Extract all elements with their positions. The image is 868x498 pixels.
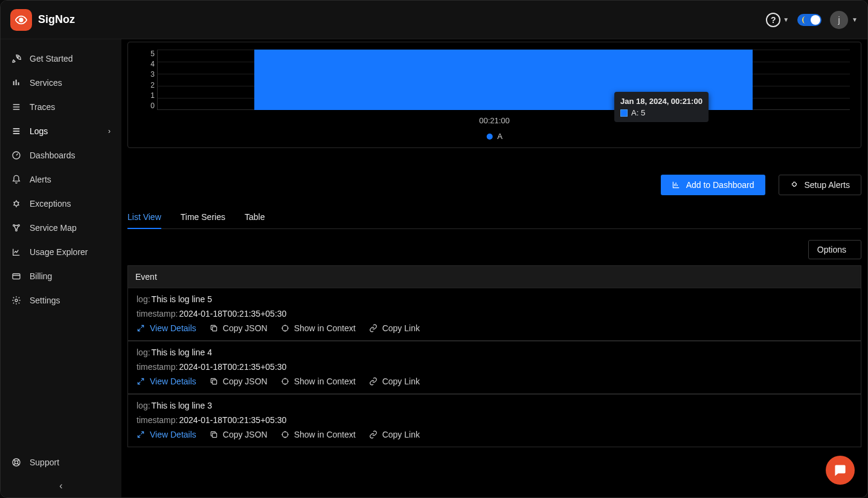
chat-icon: [833, 463, 847, 477]
show-in-context-action[interactable]: Show in Context: [281, 430, 356, 439]
timestamp-key-label: timestamp:: [137, 362, 178, 372]
copy-link-action[interactable]: Copy Link: [369, 377, 420, 386]
network-icon: [11, 223, 21, 233]
tab-list-view[interactable]: List View: [127, 206, 161, 229]
log-timestamp: 2024-01-18T00:21:35+05:30: [179, 309, 286, 319]
expand-icon: [137, 430, 145, 439]
y-tick: 0: [135, 102, 155, 110]
target-icon: [281, 324, 289, 332]
view-details-action[interactable]: View Details: [137, 323, 196, 333]
header: SigNoz ? ▼ j ▼: [1, 1, 867, 39]
log-row: log:This is log line 5 timestamp:2024-01…: [127, 288, 861, 341]
svg-point-1: [18, 56, 19, 57]
tab-time-series[interactable]: Time Series: [181, 206, 225, 228]
sidebar-item-usage-explorer[interactable]: Usage Explorer: [1, 240, 121, 264]
svg-rect-16: [212, 433, 216, 438]
add-to-dashboard-button[interactable]: Add to Dashboard: [661, 175, 765, 195]
sidebar-item-settings[interactable]: Settings: [1, 288, 121, 312]
view-tabs: List ViewTime SeriesTable: [127, 206, 861, 229]
chevron-down-icon: ▼: [783, 16, 789, 23]
intercom-launcher[interactable]: [826, 456, 855, 485]
svg-point-15: [282, 378, 288, 384]
svg-point-8: [15, 299, 18, 302]
copy-json-action[interactable]: Copy JSON: [210, 377, 268, 386]
legend-label: A: [497, 132, 503, 141]
sidebar-item-label: Logs: [30, 126, 48, 136]
options-button[interactable]: Options: [808, 240, 861, 259]
sidebar-item-label: Service Map: [30, 223, 77, 233]
tooltip-color-swatch: [620, 109, 628, 117]
sidebar-item-logs[interactable]: Logs ›: [1, 119, 121, 143]
bug-icon: [11, 199, 21, 209]
sidebar-item-label: Support: [30, 458, 59, 467]
y-tick: 3: [135, 70, 155, 79]
copy-icon: [210, 377, 218, 386]
help-icon: ?: [766, 13, 780, 27]
sidebar-item-service-map[interactable]: Service Map: [1, 216, 121, 240]
svg-point-0: [19, 18, 23, 22]
sidebar-item-get-started[interactable]: Get Started: [1, 47, 121, 71]
copy-json-action[interactable]: Copy JSON: [210, 323, 268, 333]
sidebar: Get Started Services Traces Logs › Dashb…: [1, 39, 121, 497]
menu-icon: [11, 126, 21, 136]
timestamp-key-label: timestamp:: [137, 309, 178, 319]
copy-json-action[interactable]: Copy JSON: [210, 430, 268, 439]
sidebar-item-traces[interactable]: Traces: [1, 95, 121, 119]
svg-point-3: [14, 202, 19, 206]
sidebar-item-label: Exceptions: [30, 199, 71, 209]
tab-table[interactable]: Table: [245, 206, 265, 228]
timestamp-key-label: timestamp:: [137, 415, 178, 425]
sidebar-item-alerts[interactable]: Alerts: [1, 167, 121, 192]
help-button[interactable]: ? ▼: [766, 13, 789, 27]
sidebar-item-exceptions[interactable]: Exceptions: [1, 192, 121, 216]
collapse-sidebar-button[interactable]: ‹: [1, 474, 121, 497]
link-icon: [369, 324, 378, 332]
copy-icon: [210, 324, 218, 332]
sidebar-item-label: Dashboards: [30, 150, 76, 160]
sidebar-item-support[interactable]: Support: [1, 450, 121, 474]
gear-icon: [11, 296, 21, 305]
view-details-action[interactable]: View Details: [137, 377, 196, 386]
sidebar-item-services[interactable]: Services: [1, 71, 121, 95]
setup-alerts-button[interactable]: Setup Alerts: [779, 175, 862, 195]
log-row: log:This is log line 3 timestamp:2024-01…: [127, 394, 861, 447]
show-in-context-action[interactable]: Show in Context: [281, 377, 356, 386]
sidebar-item-dashboards[interactable]: Dashboards: [1, 143, 121, 167]
logo-area[interactable]: SigNoz: [10, 9, 75, 31]
lifebuoy-icon: [11, 458, 21, 467]
y-tick: 4: [135, 60, 155, 68]
chart-icon: [11, 247, 21, 257]
svg-rect-12: [212, 327, 216, 331]
copy-link-action[interactable]: Copy Link: [369, 323, 420, 333]
brand-logo-icon: [10, 9, 32, 31]
chevron-down-icon: ▼: [852, 16, 858, 23]
chart-plot[interactable]: Jan 18, 2024, 00:21:00 A: 5: [157, 50, 850, 110]
svg-point-5: [18, 225, 20, 227]
log-row: log:This is log line 4 timestamp:2024-01…: [127, 341, 861, 394]
theme-toggle[interactable]: [797, 14, 821, 26]
svg-point-4: [13, 225, 15, 227]
chart-legend[interactable]: A: [486, 132, 503, 141]
sidebar-item-label: Alerts: [30, 175, 51, 184]
chart-y-axis: 543210: [135, 50, 155, 110]
view-details-action[interactable]: View Details: [137, 430, 196, 439]
sidebar-item-label: Get Started: [30, 54, 73, 63]
show-in-context-action[interactable]: Show in Context: [281, 323, 356, 333]
user-menu[interactable]: j ▼: [830, 11, 858, 29]
log-key-label: log:: [137, 294, 150, 304]
chevron-left-icon: ‹: [59, 480, 62, 491]
svg-rect-7: [13, 274, 20, 279]
svg-point-10: [14, 461, 18, 464]
chart-panel: 543210 Jan 18, 2024, 00:21:00: [127, 42, 861, 148]
svg-rect-14: [212, 380, 216, 384]
brand-name: SigNoz: [38, 13, 75, 26]
chart-icon: [672, 181, 680, 189]
bars-icon: [11, 78, 21, 88]
log-body: This is log line 3: [152, 401, 212, 410]
sidebar-item-billing[interactable]: Billing: [1, 264, 121, 288]
rocket-icon: [11, 54, 21, 63]
log-body: This is log line 4: [152, 348, 212, 357]
copy-link-action[interactable]: Copy Link: [369, 430, 420, 439]
tooltip-title: Jan 18, 2024, 00:21:00: [620, 97, 702, 106]
sidebar-item-label: Billing: [30, 271, 52, 281]
